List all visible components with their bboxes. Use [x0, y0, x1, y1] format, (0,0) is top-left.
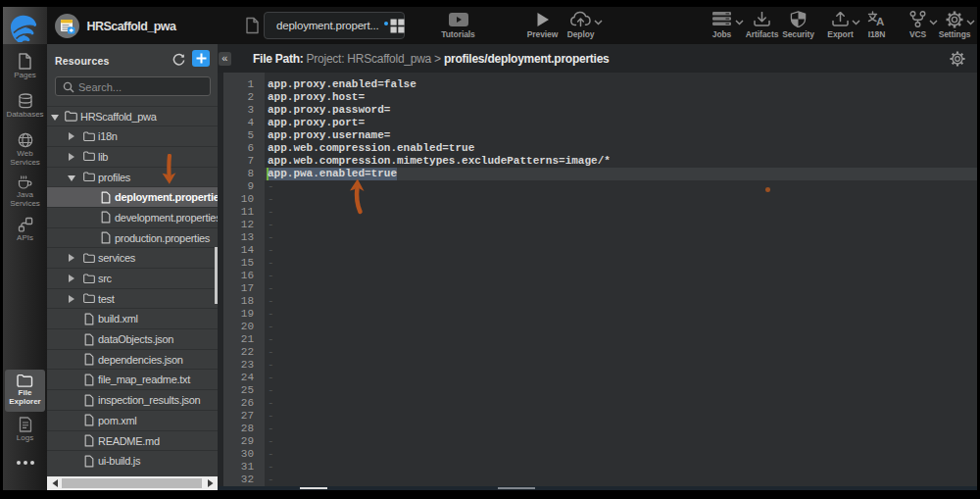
- svg-text:A: A: [876, 16, 884, 26]
